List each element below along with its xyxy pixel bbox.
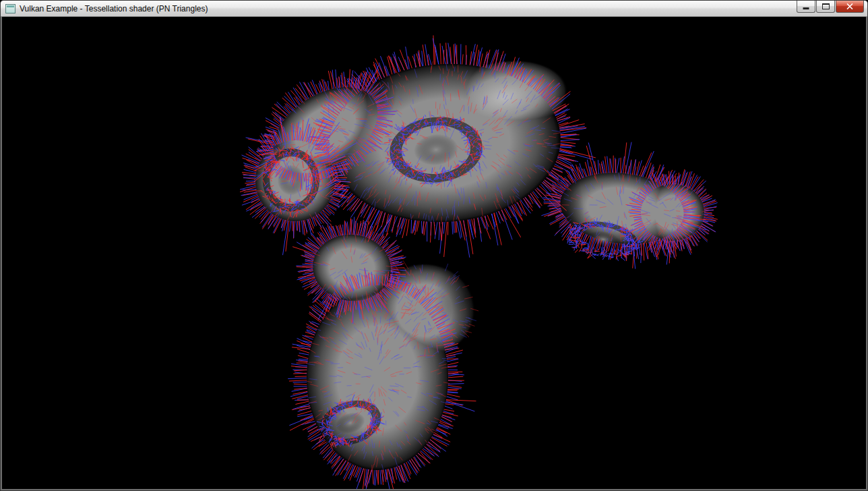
viewport-canvas[interactable]	[2, 17, 866, 489]
window-controls	[797, 1, 864, 13]
app-icon[interactable]	[5, 4, 16, 13]
minimize-button[interactable]	[797, 1, 815, 13]
maximize-icon	[822, 3, 830, 9]
render-viewport	[1, 17, 867, 490]
maximize-button[interactable]	[816, 1, 835, 13]
app-window: Vulkan Example - Tessellation shader (PN…	[0, 0, 868, 491]
close-icon	[846, 3, 853, 9]
titlebar[interactable]: Vulkan Example - Tessellation shader (PN…	[1, 1, 867, 17]
window-title: Vulkan Example - Tessellation shader (PN…	[20, 4, 208, 13]
minimize-icon	[803, 3, 809, 9]
close-button[interactable]	[836, 1, 864, 13]
